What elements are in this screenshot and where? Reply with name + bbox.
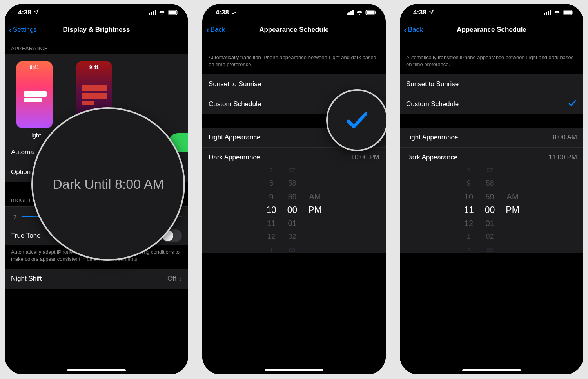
svg-rect-7: [564, 11, 572, 14]
battery-icon: [168, 10, 179, 15]
cellular-icon: [347, 10, 354, 15]
cellular-icon: [149, 10, 156, 15]
sunset-label: Sunset to Sunrise: [406, 80, 459, 88]
picker-ampm-column[interactable]: AM PM .: [500, 191, 525, 229]
status-time: 4:38: [216, 9, 229, 16]
page-title: Display & Brightness: [63, 26, 130, 34]
picker-hour-column[interactable]: 8 9 10 11 12 1 2: [458, 164, 479, 255]
screen-appearance-schedule-a: 4:38 ‹ Back Appearance Schedule Automati…: [202, 4, 386, 374]
back-button[interactable]: ‹ Back: [206, 25, 225, 35]
chevron-left-icon: ‹: [9, 25, 12, 35]
back-label: Back: [211, 26, 225, 34]
light-appearance-time: 8:00 AM: [553, 134, 577, 141]
location-icon: [231, 9, 236, 16]
checkmark-icon: [568, 98, 577, 110]
preview-clock: 9:41: [16, 65, 53, 70]
options-label: Option: [11, 168, 31, 176]
dark-appearance-time: 11:00 PM: [548, 153, 577, 161]
custom-schedule-row[interactable]: Custom Schedule: [400, 94, 583, 114]
svg-rect-4: [367, 11, 374, 14]
location-icon: [34, 9, 39, 16]
status-bar: 4:38: [202, 4, 386, 21]
battery-icon: [563, 10, 574, 15]
status-time: 4:38: [18, 9, 31, 16]
night-shift-value: Off: [167, 275, 176, 283]
picker-ampm-column[interactable]: AM PM .: [303, 191, 327, 229]
custom-label: Custom Schedule: [209, 100, 261, 108]
status-bar: 4:38: [5, 4, 188, 21]
light-appearance-label: Light Appearance: [209, 134, 260, 141]
night-shift-label: Night Shift: [11, 275, 42, 283]
automatic-label: Automa: [11, 148, 34, 156]
svg-rect-8: [573, 11, 573, 14]
home-indicator[interactable]: [265, 369, 323, 371]
light-preview-thumbnail: 9:41: [16, 61, 53, 128]
screen-appearance-schedule-b: 4:38 ‹ Back Appearance Schedule Automati…: [400, 4, 583, 374]
custom-label: Custom Schedule: [406, 100, 459, 108]
night-shift-row[interactable]: Night Shift Off ›: [5, 269, 188, 289]
chevron-left-icon: ‹: [404, 25, 407, 35]
dark-appearance-time: 10:00 PM: [351, 153, 379, 161]
appearance-header: APPEARANCE: [5, 38, 188, 54]
appearance-option-light[interactable]: 9:41 Light: [16, 61, 53, 139]
svg-rect-5: [375, 11, 376, 14]
light-appearance-row[interactable]: Light Appearance 8:00 AM: [400, 128, 583, 147]
zoom-callout-check: [326, 89, 386, 151]
page-title: Appearance Schedule: [259, 26, 329, 34]
zoom-text: Dark Until 8:00 AM: [53, 177, 163, 192]
sunset-label: Sunset to Sunrise: [209, 80, 261, 88]
dark-appearance-label: Dark Appearance: [209, 153, 260, 161]
screen-display-brightness: 4:38 ‹ Settings Display & Brightness APP…: [5, 4, 188, 374]
brightness-low-icon: ☼: [11, 212, 18, 220]
picker-minute-column[interactable]: 57 58 59 00 01 02 03: [282, 164, 303, 255]
navbar: ‹ Settings Display & Brightness: [5, 21, 188, 38]
back-button[interactable]: ‹ Back: [404, 25, 423, 35]
wifi-icon: [356, 10, 363, 15]
wifi-icon: [158, 10, 165, 15]
back-label: Back: [408, 26, 423, 34]
schedule-description: Automatically transition iPhone appearan…: [400, 38, 583, 74]
dark-appearance-label: Dark Appearance: [406, 153, 457, 161]
location-icon: [429, 9, 434, 16]
back-button[interactable]: ‹ Settings: [9, 25, 37, 35]
dark-appearance-row[interactable]: Dark Appearance 11:00 PM: [400, 147, 583, 167]
chevron-left-icon: ‹: [206, 25, 210, 35]
picker-hour-column[interactable]: 7 8 9 10 11 12 1: [261, 164, 282, 255]
navbar: ‹ Back Appearance Schedule: [202, 21, 386, 38]
light-appearance-label: Light Appearance: [406, 134, 458, 141]
status-time: 4:38: [413, 9, 426, 16]
wifi-icon: [554, 10, 561, 15]
page-title: Appearance Schedule: [457, 26, 526, 34]
navbar: ‹ Back Appearance Schedule: [400, 21, 583, 38]
home-indicator[interactable]: [67, 369, 126, 371]
time-picker[interactable]: 7 8 9 10 11 12 1 57 58 59 00 01 02 03 AM…: [202, 167, 386, 253]
battery-icon: [365, 10, 376, 15]
svg-rect-2: [178, 11, 178, 14]
time-picker[interactable]: 8 9 10 11 12 1 2 57 58 59 00 01 02 03 AM…: [400, 167, 583, 253]
preview-clock: 9:41: [76, 65, 112, 70]
back-label: Settings: [13, 26, 37, 34]
light-label: Light: [28, 132, 41, 139]
svg-rect-1: [169, 11, 177, 14]
schedule-description: Automatically transition iPhone appearan…: [202, 38, 386, 74]
picker-minute-column[interactable]: 57 58 59 00 01 02 03: [479, 164, 501, 255]
status-bar: 4:38: [400, 4, 583, 21]
sunset-to-sunrise-row[interactable]: Sunset to Sunrise: [400, 74, 583, 94]
home-indicator[interactable]: [462, 369, 521, 371]
zoom-callout: Dark Until 8:00 AM: [31, 107, 185, 261]
true-tone-label: True Tone: [11, 232, 41, 240]
chevron-right-icon: ›: [179, 274, 182, 283]
cellular-icon: [544, 10, 551, 15]
